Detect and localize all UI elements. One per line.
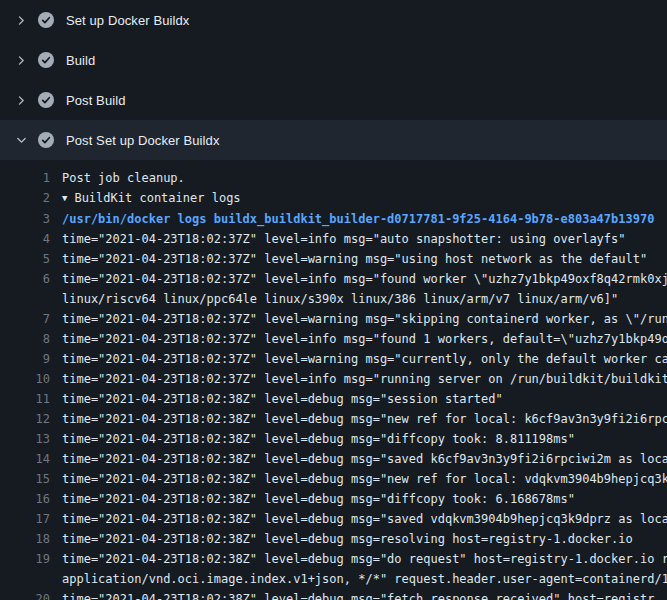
- log-line-wrap: application/vnd.oci.image.index.v1+json,…: [0, 569, 667, 589]
- log-text: Post job cleanup.: [50, 168, 667, 188]
- log-line: 4time="2021-04-23T18:02:37Z" level=info …: [0, 229, 667, 249]
- log-text: time="2021-04-23T18:02:37Z" level=warnin…: [50, 309, 667, 329]
- log-text: time="2021-04-23T18:02:38Z" level=debug …: [50, 449, 667, 469]
- log-line: 18time="2021-04-23T18:02:38Z" level=debu…: [0, 529, 667, 549]
- log-text: time="2021-04-23T18:02:38Z" level=debug …: [50, 409, 667, 429]
- log-text: time="2021-04-23T18:02:38Z" level=debug …: [50, 489, 667, 509]
- log-line-wrap: linux/riscv64 linux/ppc64le linux/s390x …: [0, 289, 667, 309]
- log-text: time="2021-04-23T18:02:38Z" level=debug …: [50, 429, 667, 449]
- line-number[interactable]: 7: [0, 309, 50, 329]
- line-number: [0, 289, 50, 309]
- group-label: BuildKit container logs: [74, 191, 240, 205]
- log-text: time="2021-04-23T18:02:37Z" level=warnin…: [50, 349, 667, 369]
- log-text: time="2021-04-23T18:02:37Z" level=info m…: [50, 369, 667, 389]
- step-header[interactable]: Build: [0, 40, 667, 80]
- log-line: 8time="2021-04-23T18:02:37Z" level=info …: [0, 329, 667, 349]
- line-number[interactable]: 5: [0, 249, 50, 269]
- log-line: 3/usr/bin/docker logs buildx_buildkit_bu…: [0, 209, 667, 229]
- step-label: Post Build: [66, 93, 126, 108]
- log-line: 19time="2021-04-23T18:02:38Z" level=debu…: [0, 549, 667, 569]
- log-line: 10time="2021-04-23T18:02:37Z" level=info…: [0, 369, 667, 389]
- log-text: time="2021-04-23T18:02:38Z" level=debug …: [50, 529, 667, 549]
- log-line: 12time="2021-04-23T18:02:38Z" level=debu…: [0, 409, 667, 429]
- step-header[interactable]: Post Build: [0, 80, 667, 120]
- actions-log-viewer: Set up Docker BuildxBuildPost BuildPost …: [0, 0, 667, 600]
- log-area: 1Post job cleanup.2▼BuildKit container l…: [0, 160, 667, 600]
- chevron-right-icon: [14, 13, 28, 27]
- log-text: time="2021-04-23T18:02:38Z" level=debug …: [50, 549, 667, 569]
- step-label: Post Set up Docker Buildx: [66, 133, 220, 148]
- line-number[interactable]: 6: [0, 269, 50, 289]
- step-header[interactable]: Set up Docker Buildx: [0, 0, 667, 40]
- step-label: Build: [66, 53, 95, 68]
- log-text: time="2021-04-23T18:02:37Z" level=info m…: [50, 229, 667, 249]
- group-expanded-icon: ▼: [62, 188, 67, 208]
- log-group-toggle[interactable]: ▼BuildKit container logs: [50, 188, 667, 209]
- log-text: time="2021-04-23T18:02:38Z" level=debug …: [50, 509, 667, 529]
- line-number[interactable]: 14: [0, 449, 50, 469]
- check-circle-icon: [38, 132, 54, 148]
- log-line: 9time="2021-04-23T18:02:37Z" level=warni…: [0, 349, 667, 369]
- line-number[interactable]: 20: [0, 589, 50, 600]
- line-number[interactable]: 3: [0, 209, 50, 229]
- line-number[interactable]: 16: [0, 489, 50, 509]
- log-command-text: /usr/bin/docker logs buildx_buildkit_bui…: [50, 209, 667, 229]
- chevron-right-icon: [14, 93, 28, 107]
- log-line: 15time="2021-04-23T18:02:38Z" level=debu…: [0, 469, 667, 489]
- chevron-right-icon: [14, 53, 28, 67]
- line-number[interactable]: 4: [0, 229, 50, 249]
- log-text: time="2021-04-23T18:02:38Z" level=debug …: [50, 469, 667, 489]
- check-circle-icon: [38, 52, 54, 68]
- line-number[interactable]: 17: [0, 509, 50, 529]
- line-number[interactable]: 2: [0, 188, 50, 209]
- log-text: linux/riscv64 linux/ppc64le linux/s390x …: [50, 289, 667, 309]
- step-label: Set up Docker Buildx: [66, 13, 189, 28]
- line-number[interactable]: 19: [0, 549, 50, 569]
- line-number[interactable]: 12: [0, 409, 50, 429]
- log-line: 11time="2021-04-23T18:02:38Z" level=debu…: [0, 389, 667, 409]
- line-number[interactable]: 1: [0, 168, 50, 188]
- line-number[interactable]: 11: [0, 389, 50, 409]
- log-line: 1Post job cleanup.: [0, 168, 667, 188]
- check-circle-icon: [38, 12, 54, 28]
- log-text: time="2021-04-23T18:02:37Z" level=warnin…: [50, 249, 667, 269]
- check-circle-icon: [38, 92, 54, 108]
- log-text: time="2021-04-23T18:02:38Z" level=debug …: [50, 589, 667, 600]
- log-text: time="2021-04-23T18:02:37Z" level=info m…: [50, 269, 667, 289]
- log-text: time="2021-04-23T18:02:38Z" level=debug …: [50, 389, 667, 409]
- log-line: 2▼BuildKit container logs: [0, 188, 667, 209]
- step-list: Set up Docker BuildxBuildPost BuildPost …: [0, 0, 667, 160]
- log-line: 16time="2021-04-23T18:02:38Z" level=debu…: [0, 489, 667, 509]
- log-line: 13time="2021-04-23T18:02:38Z" level=debu…: [0, 429, 667, 449]
- line-number[interactable]: 18: [0, 529, 50, 549]
- log-line: 14time="2021-04-23T18:02:38Z" level=debu…: [0, 449, 667, 469]
- log-line: 6time="2021-04-23T18:02:37Z" level=info …: [0, 269, 667, 289]
- log-text: time="2021-04-23T18:02:37Z" level=info m…: [50, 329, 667, 349]
- line-number[interactable]: 9: [0, 349, 50, 369]
- log-line: 17time="2021-04-23T18:02:38Z" level=debu…: [0, 509, 667, 529]
- step-header[interactable]: Post Set up Docker Buildx: [0, 120, 667, 160]
- log-line: 20time="2021-04-23T18:02:38Z" level=debu…: [0, 589, 667, 600]
- line-number[interactable]: 10: [0, 369, 50, 389]
- line-number[interactable]: 8: [0, 329, 50, 349]
- log-line: 5time="2021-04-23T18:02:37Z" level=warni…: [0, 249, 667, 269]
- line-number[interactable]: 13: [0, 429, 50, 449]
- line-number[interactable]: 15: [0, 469, 50, 489]
- log-line: 7time="2021-04-23T18:02:37Z" level=warni…: [0, 309, 667, 329]
- chevron-down-icon: [14, 133, 28, 147]
- log-text: application/vnd.oci.image.index.v1+json,…: [50, 569, 667, 589]
- line-number: [0, 569, 50, 589]
